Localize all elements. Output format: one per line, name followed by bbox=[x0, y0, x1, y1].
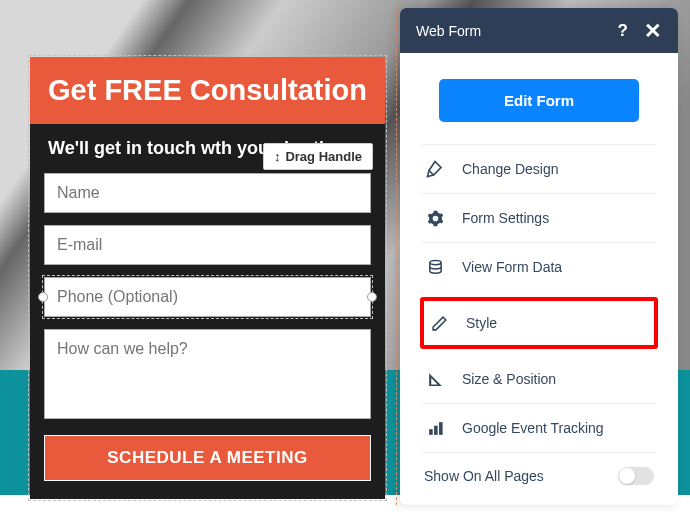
ruler-icon bbox=[424, 369, 446, 389]
svg-point-0 bbox=[429, 260, 440, 264]
phone-input[interactable] bbox=[44, 277, 371, 317]
menu-view-form-data[interactable]: View Form Data bbox=[422, 242, 656, 291]
menu-style[interactable]: Style bbox=[420, 297, 658, 349]
edit-form-button[interactable]: Edit Form bbox=[439, 79, 639, 122]
toggle-label: Show On All Pages bbox=[424, 468, 618, 484]
message-textarea[interactable] bbox=[44, 329, 371, 419]
web-form-widget[interactable]: Get FREE Consultation We'll get in touch… bbox=[30, 57, 385, 499]
drag-vertical-icon: ↕ bbox=[274, 149, 281, 164]
email-input[interactable] bbox=[44, 225, 371, 265]
message-field-wrap bbox=[44, 329, 371, 423]
panel-body: Edit Form Change Design Form Settings Vi… bbox=[400, 53, 678, 505]
menu-label: View Form Data bbox=[462, 259, 562, 275]
menu-label: Size & Position bbox=[462, 371, 556, 387]
form-title: Get FREE Consultation bbox=[30, 57, 385, 124]
drag-handle[interactable]: ↕Drag Handle bbox=[263, 143, 373, 170]
form-body: We'll get in touch wth you shortly. ↕Dra… bbox=[30, 124, 385, 499]
help-icon[interactable]: ? bbox=[618, 21, 628, 41]
panel-title: Web Form bbox=[416, 23, 618, 39]
menu-label: Form Settings bbox=[462, 210, 549, 226]
gear-icon bbox=[424, 208, 446, 228]
analytics-icon bbox=[424, 418, 446, 438]
settings-panel: Web Form ? ✕ Edit Form Change Design For… bbox=[400, 8, 678, 505]
svg-rect-3 bbox=[439, 422, 443, 435]
close-icon[interactable]: ✕ bbox=[644, 20, 662, 41]
menu-label: Change Design bbox=[462, 161, 559, 177]
menu-label: Google Event Tracking bbox=[462, 420, 604, 436]
schedule-meeting-button[interactable]: SCHEDULE A MEETING bbox=[44, 435, 371, 481]
pencil-icon bbox=[428, 313, 450, 333]
panel-header: Web Form ? ✕ bbox=[400, 8, 678, 53]
svg-rect-1 bbox=[429, 429, 433, 435]
name-field-wrap: ↕Drag Handle bbox=[44, 173, 371, 213]
name-input[interactable] bbox=[44, 173, 371, 213]
database-icon bbox=[424, 257, 446, 277]
menu-size-position[interactable]: Size & Position bbox=[422, 355, 656, 403]
design-icon bbox=[424, 159, 446, 179]
svg-rect-2 bbox=[434, 425, 438, 434]
drag-handle-label: Drag Handle bbox=[285, 149, 362, 164]
resize-handle-left[interactable] bbox=[38, 292, 48, 302]
email-field-wrap bbox=[44, 225, 371, 265]
show-on-all-pages-toggle[interactable] bbox=[618, 467, 654, 485]
menu-google-tracking[interactable]: Google Event Tracking bbox=[422, 403, 656, 452]
menu-form-settings[interactable]: Form Settings bbox=[422, 193, 656, 242]
menu-change-design[interactable]: Change Design bbox=[422, 144, 656, 193]
resize-handle-right[interactable] bbox=[367, 292, 377, 302]
show-on-all-pages-row: Show On All Pages bbox=[422, 452, 656, 487]
phone-field-wrap bbox=[44, 277, 371, 317]
menu-label: Style bbox=[466, 315, 497, 331]
toggle-knob bbox=[619, 468, 635, 484]
